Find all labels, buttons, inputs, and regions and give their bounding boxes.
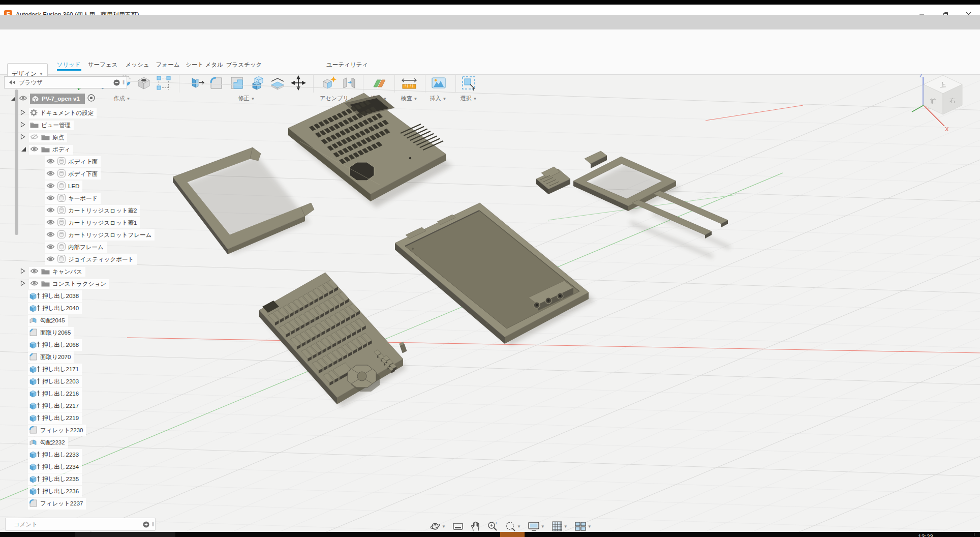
timeline-feature-row[interactable]: 押し出し2217: [0, 400, 82, 412]
visibility-eye-off-icon[interactable]: [30, 134, 39, 141]
browser-item[interactable]: カートリッジスロットフレーム: [0, 229, 155, 241]
ribbon-tab-4[interactable]: フォーム: [156, 61, 180, 69]
taskbar-app-segment[interactable]: [75, 532, 175, 537]
timeline-feature-row[interactable]: 勾配2045: [0, 314, 68, 326]
expander-icon[interactable]: [20, 279, 26, 288]
visibility-eye-icon[interactable]: [30, 268, 39, 275]
timeline-feature-row[interactable]: フィレット2237: [0, 497, 86, 510]
os-taskbar[interactable]: 13:23: [0, 532, 980, 537]
browser-item[interactable]: LED: [0, 180, 82, 192]
zoom-window-tool[interactable]: ▼: [505, 521, 521, 532]
visibility-eye-icon[interactable]: [30, 280, 39, 287]
panel-drag-handle[interactable]: ‖: [152, 522, 154, 527]
expander-icon[interactable]: [20, 145, 26, 154]
viewports-layout[interactable]: ▼: [574, 521, 592, 532]
ribbon-tab-1[interactable]: ソリッド: [56, 61, 80, 69]
timeline-feature-row[interactable]: 面取り2065: [0, 326, 74, 339]
item-label[interactable]: ビュー管理: [41, 122, 71, 129]
feature-label[interactable]: 面取り2070: [40, 353, 71, 361]
browser-panel-header[interactable]: ブラウザ ‖: [4, 76, 127, 88]
panel-minimize-icon[interactable]: [113, 79, 120, 86]
feature-label[interactable]: 押し出し2235: [42, 475, 79, 483]
item-label[interactable]: ボディ: [52, 146, 70, 154]
part-body-top-shell[interactable]: [288, 93, 446, 201]
view-cube[interactable]: Z X 上 前 右: [912, 74, 962, 132]
item-label[interactable]: LED: [68, 183, 79, 189]
feature-label[interactable]: 押し出し2233: [42, 451, 79, 459]
feature-label[interactable]: 押し出し2216: [42, 390, 79, 398]
look-at-tool[interactable]: [452, 522, 464, 531]
timeline-feature-row[interactable]: 押し出し2219: [0, 412, 82, 424]
item-label[interactable]: キーボード: [68, 195, 98, 202]
feature-label[interactable]: 押し出し2236: [42, 488, 79, 495]
taskbar-clock[interactable]: 13:23: [918, 533, 959, 537]
ribbon-tab-3[interactable]: メッシュ: [125, 61, 149, 69]
collapse-panel-icon[interactable]: [9, 80, 16, 85]
timeline-feature-row[interactable]: 押し出し2233: [0, 449, 82, 461]
feature-label[interactable]: 押し出し2040: [42, 305, 79, 312]
browser-scrollbar[interactable]: [15, 90, 18, 235]
timeline-feature-row[interactable]: 勾配2232: [0, 436, 68, 449]
item-label[interactable]: ジョイスティックポート: [68, 256, 134, 263]
add-comment-icon[interactable]: [143, 521, 149, 528]
timeline-feature-row[interactable]: 押し出し2203: [0, 375, 82, 387]
browser-item[interactable]: ビュー管理: [0, 119, 74, 131]
part-keyboard[interactable]: [259, 273, 403, 404]
visibility-eye-icon[interactable]: [46, 256, 55, 263]
timeline-feature-row[interactable]: 押し出し2216: [0, 387, 82, 400]
timeline-feature-row[interactable]: 押し出し2038: [0, 290, 82, 302]
ribbon-tab-6[interactable]: プラスチック: [226, 61, 262, 69]
expander-icon[interactable]: [20, 267, 26, 276]
ribbon-tab-2[interactable]: サーフェス: [88, 61, 118, 69]
item-label[interactable]: コンストラクション: [52, 280, 106, 288]
timeline-feature-row[interactable]: 押し出し2236: [0, 485, 82, 497]
eye-icon[interactable]: [19, 94, 27, 103]
activate-radio-icon[interactable]: [87, 94, 95, 104]
feature-label[interactable]: 押し出し2217: [42, 402, 79, 410]
timeline-feature-row[interactable]: フィレット2230: [0, 424, 86, 436]
visibility-eye-icon[interactable]: [46, 219, 55, 226]
item-label[interactable]: ドキュメントの設定: [40, 109, 94, 117]
visibility-eye-icon[interactable]: [46, 231, 55, 238]
feature-label[interactable]: 押し出し2068: [42, 341, 79, 349]
panel-drag-handle[interactable]: ‖: [122, 80, 125, 85]
part-led[interactable]: [399, 342, 407, 353]
browser-item[interactable]: コンストラクション: [0, 278, 109, 290]
timeline-feature-row[interactable]: 面取り2070: [0, 351, 74, 363]
ribbon-tab-7[interactable]: ユーティリティ: [326, 61, 368, 69]
feature-label[interactable]: 面取り2065: [40, 329, 71, 337]
expander-icon[interactable]: [20, 133, 26, 142]
feature-label[interactable]: フィレット2237: [40, 500, 83, 508]
visibility-eye-icon[interactable]: [46, 183, 55, 190]
grid-and-snaps[interactable]: ▼: [552, 521, 568, 532]
item-label[interactable]: カートリッジスロット蓋1: [68, 219, 137, 227]
part-slot-cover[interactable]: [536, 167, 570, 194]
expander-icon[interactable]: [20, 121, 26, 130]
expander-icon[interactable]: [20, 108, 26, 117]
zoom-tool[interactable]: ±: [487, 521, 498, 532]
feature-label[interactable]: 勾配2232: [40, 439, 65, 446]
orbit-tool[interactable]: ▼: [430, 521, 446, 532]
timeline-feature-row[interactable]: 押し出し2235: [0, 473, 82, 485]
timeline-feature-row[interactable]: 押し出し2171: [0, 363, 82, 375]
visibility-eye-icon[interactable]: [46, 207, 55, 214]
ribbon-tab-5[interactable]: シート メタル: [186, 61, 223, 69]
feature-label[interactable]: 勾配2045: [40, 317, 65, 324]
browser-item[interactable]: 内部フレーム: [0, 241, 107, 253]
feature-label[interactable]: 押し出し2038: [42, 292, 79, 300]
browser-item[interactable]: カートリッジスロット蓋2: [0, 204, 140, 217]
item-label[interactable]: ボディ上面: [68, 158, 98, 166]
pan-tool[interactable]: [470, 521, 480, 532]
root-component[interactable]: PV-7_open v1: [30, 94, 85, 104]
viewport-3d[interactable]: Z X 上 前 右: [0, 74, 980, 537]
browser-item[interactable]: ボディ: [0, 143, 73, 156]
timeline-feature-row[interactable]: 押し出し2068: [0, 339, 82, 351]
timeline-feature-row[interactable]: 押し出し2234: [0, 461, 82, 473]
feature-label[interactable]: フィレット2230: [40, 427, 83, 434]
browser-item[interactable]: ジョイスティックポート: [0, 253, 137, 265]
item-label[interactable]: 原点: [52, 134, 64, 141]
visibility-eye-icon[interactable]: [46, 195, 55, 202]
feature-label[interactable]: 押し出し2171: [42, 366, 79, 373]
item-label[interactable]: キャンバス: [52, 268, 82, 276]
item-label[interactable]: カートリッジスロットフレーム: [68, 231, 151, 239]
